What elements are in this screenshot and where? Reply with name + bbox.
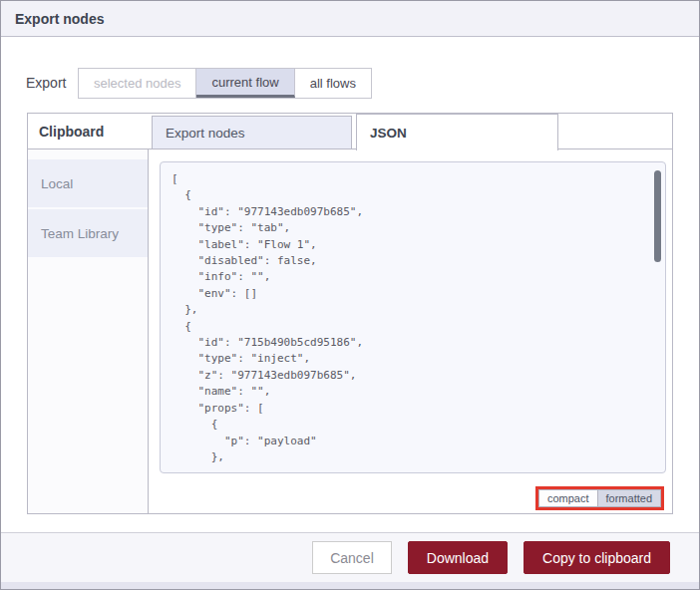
library-panel: Clipboard Export nodes JSON Local Team L…: [27, 113, 673, 514]
tab-export-nodes[interactable]: Export nodes: [152, 116, 352, 148]
json-preview-area: [ { "id": "977143edb097b685", "type": "t…: [149, 149, 672, 513]
tab-json[interactable]: JSON: [356, 114, 558, 150]
sidebar-item-local-label: Local: [41, 176, 73, 191]
dialog-titlebar: Export nodes: [1, 1, 699, 37]
sidebar-item-team-library[interactable]: Team Library: [28, 209, 148, 257]
cancel-button[interactable]: Cancel: [312, 541, 392, 574]
json-editor[interactable]: [ { "id": "977143edb097b685", "type": "t…: [160, 161, 666, 473]
editor-scrollbar-thumb[interactable]: [654, 170, 661, 262]
export-scope-label: Export: [26, 75, 66, 91]
format-compact-button[interactable]: compact: [538, 489, 598, 507]
library-body: Local Team Library [ { "id": "977143edb0…: [28, 149, 672, 513]
export-nodes-dialog: Export nodes Export selected nodes curre…: [0, 0, 700, 590]
copy-to-clipboard-button[interactable]: Copy to clipboard: [524, 541, 670, 574]
sidebar-item-local[interactable]: Local: [28, 159, 148, 207]
json-editor-content[interactable]: [ { "id": "977143edb097b685", "type": "t…: [172, 171, 654, 465]
export-scope-all-flows-button[interactable]: all flows: [295, 69, 371, 98]
library-tabbar: Clipboard Export nodes JSON: [28, 114, 672, 149]
tab-json-label: JSON: [370, 126, 407, 141]
sidebar-item-team-library-label: Team Library: [41, 226, 119, 241]
dialog-button-bar: Cancel Download Copy to clipboard: [1, 532, 699, 582]
export-scope-current-flow-button[interactable]: current flow: [196, 69, 294, 98]
export-scope-selected-nodes-button[interactable]: selected nodes: [79, 69, 196, 98]
library-sidebar: Local Team Library: [28, 149, 149, 513]
export-scope-group: selected nodes current flow all flows: [78, 68, 372, 99]
format-formatted-button[interactable]: formatted: [598, 489, 661, 507]
download-button[interactable]: Download: [408, 541, 508, 574]
format-toggle-highlight-box: compact formatted: [535, 486, 664, 510]
tab-clipboard[interactable]: Clipboard: [39, 124, 104, 140]
tab-export-nodes-label: Export nodes: [166, 126, 245, 141]
dialog-title: Export nodes: [15, 11, 104, 27]
dialog-bottom-edge: [1, 582, 699, 590]
